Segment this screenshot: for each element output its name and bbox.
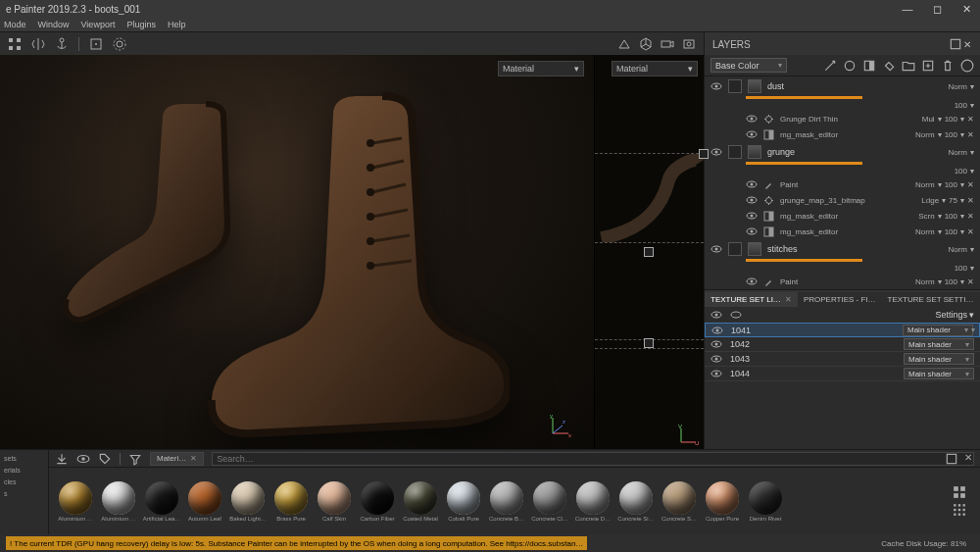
gear-icon[interactable]: [113, 37, 126, 51]
eye-icon[interactable]: [710, 338, 722, 350]
eye-icon[interactable]: [710, 80, 722, 92]
material-thumb[interactable]: Calf Skin: [316, 481, 353, 522]
menu-window[interactable]: Window: [38, 20, 70, 29]
menu-plugins[interactable]: Plugins: [126, 20, 156, 29]
grid-large-icon[interactable]: [953, 485, 966, 499]
folder-thumb[interactable]: [748, 79, 761, 93]
menu-help[interactable]: Help: [168, 20, 186, 29]
symmetry-icon[interactable]: [31, 37, 45, 51]
material-thumb[interactable]: Autumn Leaf: [186, 481, 223, 522]
maximize-button[interactable]: ◻: [929, 3, 945, 16]
solo-toggle[interactable]: [730, 309, 742, 321]
shader-dropdown[interactable]: Main shader: [904, 353, 974, 365]
eye-icon[interactable]: [710, 368, 722, 379]
uv-handle[interactable]: [644, 338, 654, 348]
shader-dropdown[interactable]: Main shader: [904, 368, 974, 379]
texture-set-item[interactable]: 1042Main shader: [705, 337, 980, 352]
trash-icon[interactable]: [941, 59, 955, 73]
folder-thumb[interactable]: [748, 242, 761, 256]
eye-icon[interactable]: [710, 146, 722, 158]
eye-icon[interactable]: [746, 128, 758, 140]
viewport-channel-dropdown-2[interactable]: Material▾: [612, 61, 698, 76]
sub-layer[interactable]: mg_mask_editorNorm▾100▾✕: [705, 224, 980, 239]
2d-viewport[interactable]: Material▾ VU: [594, 55, 704, 449]
3d-viewport[interactable]: Material▾: [0, 55, 594, 449]
uv-handle[interactable]: [699, 149, 709, 159]
panel-tab[interactable]: PROPERTIES - FI…: [798, 292, 882, 307]
eye-icon[interactable]: [746, 226, 758, 237]
bucket-icon[interactable]: [882, 59, 896, 73]
menu-mode[interactable]: Mode: [4, 20, 26, 29]
material-thumb[interactable]: Cobalt Pure: [445, 481, 482, 522]
mask-icon[interactable]: [862, 59, 876, 73]
shelf-tab-materials[interactable]: Materi…✕: [150, 452, 204, 466]
sub-layer[interactable]: PaintNorm▾100▾✕: [705, 274, 980, 289]
perspective-icon[interactable]: [617, 37, 631, 51]
settings-dropdown[interactable]: Settings ▾: [935, 310, 974, 320]
material-thumb[interactable]: Aluminium …: [57, 481, 94, 522]
eye-icon[interactable]: [711, 325, 723, 336]
material-thumb[interactable]: Artificial Lea…: [143, 481, 180, 522]
texture-set-item[interactable]: 1044Main shader: [705, 367, 980, 381]
material-thumb[interactable]: Concrete Si…: [617, 481, 655, 522]
status-warning[interactable]: ! The current TDR (GPU hang recovery) de…: [6, 536, 587, 550]
close-shelf-button[interactable]: ✕: [964, 452, 972, 466]
import-icon[interactable]: [55, 452, 69, 466]
shelf-categories[interactable]: setserialscless: [0, 450, 49, 534]
material-thumb[interactable]: Concrete B…: [488, 481, 525, 522]
mask-thumb[interactable]: [728, 145, 742, 159]
texture-set-item[interactable]: 1043Main shader: [705, 352, 980, 367]
mask-thumb[interactable]: [728, 79, 742, 93]
eye-icon[interactable]: [76, 452, 90, 466]
material-thumb[interactable]: Concrete D…: [574, 481, 612, 522]
layer-group[interactable]: grungeNorm▾100▾PaintNorm▾100▾✕grunge_map…: [705, 142, 980, 239]
anchor-icon[interactable]: [55, 37, 69, 51]
minimize-button[interactable]: —: [900, 3, 915, 15]
camera-icon[interactable]: [661, 37, 674, 51]
viewport-channel-dropdown-1[interactable]: Material▾: [498, 61, 584, 76]
undock-icon[interactable]: [949, 37, 962, 51]
material-thumb[interactable]: Aluminium …: [100, 481, 137, 522]
render-icon[interactable]: [682, 37, 696, 51]
eye-icon[interactable]: [746, 194, 758, 206]
more-icon[interactable]: [960, 59, 974, 73]
layer-name[interactable]: stitches: [767, 244, 928, 254]
panel-tab[interactable]: TEXTURE SET LI…✕: [705, 292, 798, 307]
sub-layer[interactable]: mg_mask_editorScrn▾100▾✕: [705, 208, 980, 224]
material-thumb[interactable]: Concrete S…: [661, 481, 698, 522]
close-window-button[interactable]: ✕: [958, 3, 974, 16]
layer-group[interactable]: dustNorm▾100▾Grunge Dirt ThinMul▾100▾✕mg…: [705, 76, 980, 142]
eye-icon[interactable]: [746, 178, 758, 190]
tag-icon[interactable]: [98, 452, 112, 466]
eye-icon[interactable]: [746, 210, 758, 222]
panel-tab[interactable]: TEXTURE SET SETTI…: [882, 292, 980, 307]
sub-layer[interactable]: PaintNorm▾100▾✕: [705, 176, 980, 192]
eye-icon[interactable]: [710, 243, 722, 255]
sub-layer[interactable]: grunge_map_31_bitmapLdge▾75▾✕: [705, 192, 980, 208]
folder-thumb[interactable]: [748, 145, 761, 159]
eye-icon[interactable]: [746, 113, 758, 125]
menu-viewport[interactable]: Viewport: [81, 20, 116, 29]
frame-icon[interactable]: [89, 37, 103, 51]
material-thumb[interactable]: Coated Metal: [402, 481, 439, 522]
material-thumb[interactable]: Brass Pure: [272, 481, 310, 522]
material-thumb[interactable]: Carbon Fiber: [359, 481, 396, 522]
material-thumb[interactable]: Denim Rivet: [747, 481, 784, 522]
material-thumb[interactable]: Baked Light…: [229, 481, 267, 522]
cube-icon[interactable]: [639, 37, 653, 51]
close-panel-button[interactable]: ✕: [962, 39, 972, 50]
channel-dropdown[interactable]: Base Color: [710, 58, 787, 73]
shader-dropdown[interactable]: Main shader: [904, 338, 974, 350]
shader-dropdown[interactable]: Main shader: [903, 325, 973, 336]
texture-set-item[interactable]: 1041Main shader: [705, 323, 980, 337]
eye-icon[interactable]: [710, 353, 722, 365]
visibility-toggle[interactable]: [710, 309, 722, 321]
uv-handle[interactable]: [644, 247, 654, 257]
grid-icon[interactable]: [8, 37, 22, 51]
filter-icon[interactable]: [128, 452, 142, 466]
grid-small-icon[interactable]: [953, 503, 966, 517]
layer-group[interactable]: stitchesNorm▾100▾PaintNorm▾100▾✕: [705, 239, 980, 289]
sub-layer[interactable]: mg_mask_editorNorm▾100▾✕: [705, 126, 980, 142]
material-thumb[interactable]: Concrete Cl…: [531, 481, 568, 522]
undock-icon[interactable]: [945, 452, 958, 466]
